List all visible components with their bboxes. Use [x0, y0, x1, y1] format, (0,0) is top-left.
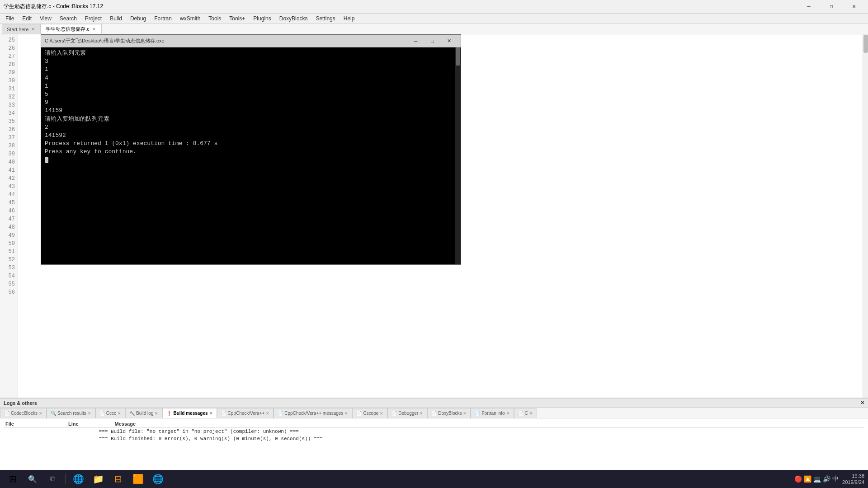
taskbar: ⊞ 🔍 ⧉ 🌐 📁 ⊟ 🟧 🌐 🔴 🔼 💻 🔊 中 19:38 2019/9/2…: [0, 470, 868, 488]
terminal-minimize[interactable]: ─: [408, 36, 424, 47]
terminal-line-7: 9: [45, 99, 457, 107]
log-tab-extra[interactable]: 📄 C ✕: [514, 408, 537, 418]
log-tab-build-log[interactable]: 🔨 Build log ✕: [125, 408, 162, 418]
col-file: File: [5, 421, 14, 427]
terminal-line-press: Press any key to continue.: [45, 148, 457, 156]
menu-view[interactable]: View: [36, 14, 55, 23]
menu-tools[interactable]: Tools: [205, 14, 225, 23]
log-tab-search-results[interactable]: 🔍 Search results ✕: [47, 408, 95, 418]
task-view-button[interactable]: ⧉: [43, 471, 61, 487]
terminal-line-8: 14159: [45, 107, 457, 115]
log-row-1: === Build file: "no target" in "no proje…: [4, 428, 864, 435]
system-clock[interactable]: 19:38 2019/9/24: [842, 473, 864, 486]
terminal-line-2: 3: [45, 57, 457, 66]
logs-close[interactable]: ✕: [860, 400, 864, 406]
col-message: Message: [115, 421, 136, 427]
menu-plugins[interactable]: Plugins: [250, 14, 274, 23]
tray-network: 💻: [813, 475, 821, 483]
taskbar-divider: [65, 474, 66, 484]
terminal-scrollbar[interactable]: [455, 47, 461, 264]
terminal-line-6: 5: [45, 90, 457, 99]
terminal-titlebar: C:\Users\于文飞\Desktop\c语言\学生动态信息储存.exe ─ …: [41, 35, 461, 47]
log-tab-codeblocks[interactable]: 📄 Code::Blocks ✕: [0, 408, 47, 418]
menu-project[interactable]: Project: [81, 14, 105, 23]
tab-label: Start here: [7, 27, 28, 32]
minimize-button[interactable]: ─: [798, 0, 819, 14]
edge-browser-btn[interactable]: 🌐: [69, 471, 87, 487]
menu-doxyblocks[interactable]: DoxyBlocks: [276, 14, 311, 23]
search-button[interactable]: 🔍: [24, 471, 42, 487]
tray-up: 🔼: [804, 475, 811, 483]
log-tab-cscope[interactable]: 📄 Cscope ✕: [352, 408, 387, 418]
clock-date: 2019/9/24: [842, 479, 864, 485]
log-tab-cppcheck-vera[interactable]: 📄 CppCheck/Vera++ ✕: [217, 408, 274, 418]
close-button[interactable]: ✕: [844, 0, 864, 14]
clock-time: 19:38: [842, 473, 864, 479]
terminal-body: 请输入队列元素 3 1 4 1 5 9 14159 请输入要增加的队列元素 2 …: [41, 47, 461, 264]
tray-ime: 中: [832, 475, 839, 483]
log-tab-cppcheck-vera-messages[interactable]: 📄 CppCheck/Vera++ messages ✕: [274, 408, 352, 418]
log-tab-debugger[interactable]: 📄 Debugger ✕: [387, 408, 427, 418]
terminal-cursor: [45, 157, 48, 163]
title-bar: 学生动态信息储存.c - Code::Blocks 17.12 ─ □ ✕: [0, 0, 868, 14]
file-explorer-btn[interactable]: 📁: [89, 471, 107, 487]
taskbar-right: 🔴 🔼 💻 🔊 中 19:38 2019/9/24: [794, 473, 864, 486]
log-tab-fortran-info[interactable]: 📄 Fortran info ✕: [471, 408, 514, 418]
tab-close-main[interactable]: ✕: [91, 27, 97, 32]
terminal-title: C:\Users\于文飞\Desktop\c语言\学生动态信息储存.exe: [45, 38, 165, 44]
terminal-line-1: 请输入队列元素: [45, 49, 457, 57]
tray-red: 🔴: [794, 475, 802, 483]
terminal-maximize[interactable]: □: [425, 36, 440, 47]
menu-fortran[interactable]: Fortran: [151, 14, 175, 23]
windows-security-btn[interactable]: ⊟: [109, 471, 127, 487]
terminal-line-5: 1: [45, 82, 457, 90]
menu-search[interactable]: Search: [56, 14, 80, 23]
terminal-line-11: 141592: [45, 131, 457, 140]
tab-start-here[interactable]: Start here ✕: [2, 24, 41, 34]
log-tab-cccc[interactable]: 📄 Cccc ✕: [95, 408, 125, 418]
terminal-controls: ─ □ ✕: [408, 36, 457, 47]
logs-title: Logs & others: [4, 400, 37, 406]
window-controls: ─ □ ✕: [798, 0, 864, 14]
app-title: 学生动态信息储存.c - Code::Blocks 17.12: [4, 3, 103, 10]
start-button[interactable]: ⊞: [4, 471, 22, 487]
logs-table-header: File Line Message: [4, 420, 864, 428]
terminal-line-4: 4: [45, 74, 457, 82]
tab-close-start-here[interactable]: ✕: [30, 27, 36, 32]
terminal-line-3: 1: [45, 66, 457, 74]
tray-volume: 🔊: [823, 475, 830, 483]
store-btn[interactable]: 🟧: [129, 471, 147, 487]
logs-tabs: 📄 Code::Blocks ✕ 🔍 Search results ✕ 📄 Cc…: [0, 408, 868, 418]
log-tab-doxyblocks[interactable]: 📄 DoxyBlocks ✕: [427, 408, 471, 418]
log-tab-build-messages[interactable]: ❗ Build messages ✕: [162, 408, 217, 418]
menu-tools-plus[interactable]: Tools+: [226, 14, 249, 23]
terminal-close[interactable]: ✕: [441, 36, 457, 47]
chrome-btn[interactable]: 🌐: [149, 471, 167, 487]
systray: 🔴 🔼 💻 🔊 中: [794, 475, 839, 483]
terminal-line-9: 请输入要增加的队列元素: [45, 115, 457, 123]
menu-edit[interactable]: Edit: [19, 14, 35, 23]
terminal-line-10: 2: [45, 123, 457, 131]
menu-build[interactable]: Build: [106, 14, 126, 23]
tab-main-file[interactable]: 学生动态信息储存.c ✕: [41, 24, 102, 34]
tab-label-main: 学生动态信息储存.c: [46, 26, 90, 33]
terminal-line-process: Process returned 1 (0x1) execution time …: [45, 140, 457, 148]
menu-file[interactable]: File: [2, 14, 18, 23]
menu-bar: File Edit View Search Project Build Debu…: [0, 14, 868, 23]
menu-settings[interactable]: Settings: [312, 14, 339, 23]
scrollbar-thumb: [863, 35, 868, 53]
menu-wxsmith[interactable]: wxSmith: [176, 14, 204, 23]
logs-header: Logs & others ✕: [0, 399, 868, 408]
maximize-button[interactable]: □: [821, 0, 842, 14]
menu-help[interactable]: Help: [340, 14, 359, 23]
terminal-window: C:\Users\于文飞\Desktop\c语言\学生动态信息储存.exe ─ …: [41, 34, 461, 265]
col-line: Line: [68, 421, 79, 427]
menu-debug[interactable]: Debug: [127, 14, 150, 23]
log-row-2: === Build finished: 0 error(s), 0 warnin…: [4, 435, 864, 442]
tab-bar: Start here ✕ 学生动态信息储存.c ✕: [0, 23, 868, 34]
